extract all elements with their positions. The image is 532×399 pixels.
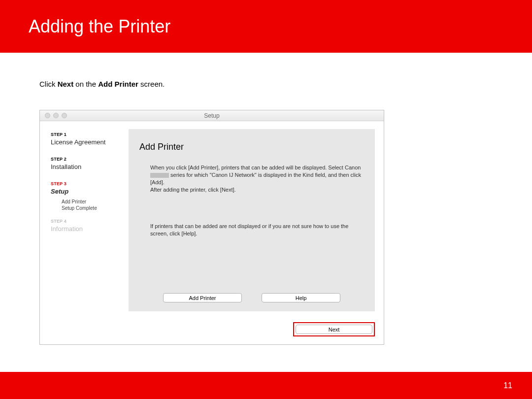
step-sidebar: STEP 1 License Agreement STEP 2 Installa… [40, 121, 129, 344]
step-name-information: Information [51, 225, 129, 233]
window-titlebar: Setup [40, 110, 384, 121]
zoom-icon[interactable] [62, 113, 67, 118]
step-label-inactive: STEP 4 [51, 219, 129, 224]
redacted-model [150, 173, 169, 178]
minimize-icon[interactable] [53, 113, 59, 118]
main-pane: Add Printer When you click [Add Printer]… [129, 121, 384, 344]
content-panel: Add Printer When you click [Add Printer]… [129, 129, 375, 311]
substep-add-printer: Add Printer [62, 199, 129, 204]
slide-title: Adding the Printer [29, 16, 170, 37]
step-label: STEP 1 [51, 132, 129, 137]
panel-button-row: Add Printer Help [129, 293, 375, 302]
slide-header: Adding the Printer [0, 0, 532, 53]
next-button[interactable]: Next [296, 325, 372, 334]
panel-paragraph-1: When you click [Add Printer], printers t… [139, 164, 364, 193]
next-button-highlight: Next [293, 322, 375, 336]
step-name-setup: Setup [51, 188, 129, 195]
add-printer-button[interactable]: Add Printer [163, 293, 242, 302]
next-button-row: Next [293, 322, 375, 336]
window-title: Setup [204, 112, 219, 119]
page-number: 11 [503, 381, 512, 390]
substep-setup-complete: Setup Complete [62, 205, 129, 211]
step-label: STEP 2 [51, 157, 129, 162]
close-icon[interactable] [45, 113, 50, 118]
step-name-installation: Installation [51, 163, 129, 170]
setup-window: Setup STEP 1 License Agreement STEP 2 In… [39, 110, 384, 345]
instruction-text: Click Next on the Add Printer screen. [39, 80, 532, 88]
panel-paragraph-2: If printers that can be added are not di… [139, 223, 364, 237]
slide-footer: 11 [0, 372, 532, 399]
traffic-lights [45, 113, 67, 118]
help-button[interactable]: Help [262, 293, 340, 302]
step-name-license: License Agreement [51, 138, 129, 146]
panel-title: Add Printer [139, 142, 364, 152]
step-label-active: STEP 3 [51, 181, 129, 186]
substeps: Add Printer Setup Complete [62, 199, 129, 211]
